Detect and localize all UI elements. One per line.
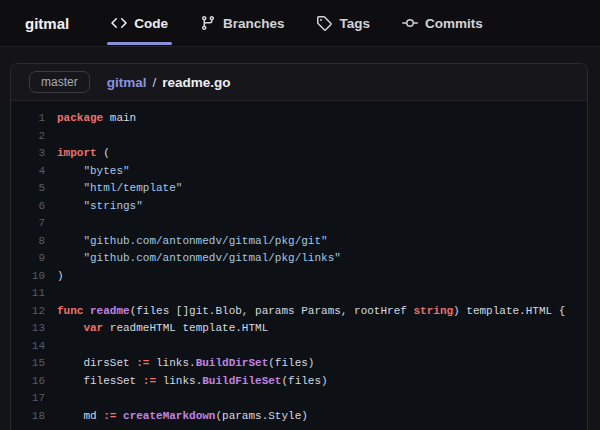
line-number: 1 [11,110,57,128]
line-number: 3 [11,145,57,163]
git-branch-icon [200,15,216,31]
code-text: dirsSet := links.BuildDirSet(files) [57,357,314,369]
file-card-header: master gitmal / readme.go [11,64,587,101]
line-number: 4 [11,163,57,181]
code-text: func readme(files []git.Blob, params Par… [57,305,565,317]
code-line: 4 "bytes" [11,163,587,181]
code-line: 5 "html/template" [11,180,587,198]
line-number: 5 [11,180,57,198]
code-text: var readmeHTML template.HTML [57,322,268,334]
tab-code[interactable]: Code [95,0,184,46]
line-number: 17 [11,390,57,408]
code-text: package main [57,112,136,124]
line-number: 6 [11,198,57,216]
code-line: 15 dirsSet := links.BuildDirSet(files) [11,355,587,373]
line-number: 8 [11,233,57,251]
code-line: 17 [11,390,587,408]
breadcrumb-separator: / [152,75,156,90]
file-card: master gitmal / readme.go 1package main2… [10,63,588,430]
line-number: 2 [11,128,57,146]
code-text: "bytes" [57,165,130,177]
line-number: 9 [11,250,57,268]
code-text: "github.com/antonmedv/gitmal/pkg/git" [57,235,328,247]
code-scroll-area[interactable]: 1package main23import (4 "bytes"5 "html/… [11,101,587,430]
code-line: 3import ( [11,145,587,163]
code-line: 13 var readmeHTML template.HTML [11,320,587,338]
line-number: 7 [11,215,57,233]
code-line: 11 [11,285,587,303]
code-text: "github.com/antonmedv/gitmal/pkg/links" [57,252,341,264]
breadcrumb-repo-link[interactable]: gitmal [107,75,147,90]
code-line: 7 [11,215,587,233]
tab-code-label: Code [134,16,168,31]
branch-badge[interactable]: master [29,71,90,93]
code-text: md := createMarkdown(params.Style) [57,410,308,422]
code-line: 9 "github.com/antonmedv/gitmal/pkg/links… [11,250,587,268]
code-line: 16 filesSet := links.BuildFileSet(files) [11,373,587,391]
line-number: 16 [11,373,57,391]
line-number: 11 [11,285,57,303]
tab-commits[interactable]: Commits [386,0,499,46]
tag-icon [316,15,332,31]
line-number: 14 [11,338,57,356]
tab-tags[interactable]: Tags [300,0,386,46]
tab-branches-label: Branches [223,16,285,31]
line-number: 12 [11,303,57,321]
code-line: 14 [11,338,587,356]
tab-tags-label: Tags [339,16,370,31]
git-commit-icon [402,15,418,31]
code-icon [111,15,127,31]
code-line: 8 "github.com/antonmedv/gitmal/pkg/git" [11,233,587,251]
nav-tabs: Code Branches Tags Commits [95,0,499,46]
code-line: 1package main [11,110,587,128]
code-line: 10) [11,268,587,286]
code-text: "html/template" [57,182,182,194]
line-number: 13 [11,320,57,338]
code-line: 2 [11,128,587,146]
code-text: filesSet := links.BuildFileSet(files) [57,375,328,387]
line-number: 15 [11,355,57,373]
code-text: import ( [57,147,110,159]
breadcrumb: gitmal / readme.go [107,75,231,90]
top-nav: gitmal Code Branches Tags Commits [0,0,600,47]
line-number: 18 [11,408,57,426]
code-line: 6 "strings" [11,198,587,216]
tab-commits-label: Commits [425,16,483,31]
line-number: 10 [11,268,57,286]
tab-branches[interactable]: Branches [184,0,301,46]
breadcrumb-filename: readme.go [162,75,230,90]
code-text: "strings" [57,200,143,212]
app-title[interactable]: gitmal [25,15,69,32]
code-line: 18 md := createMarkdown(params.Style) [11,408,587,426]
code-line: 12func readme(files []git.Blob, params P… [11,303,587,321]
code-text: ) [57,270,64,282]
code-lines: 1package main23import (4 "bytes"5 "html/… [11,110,587,425]
